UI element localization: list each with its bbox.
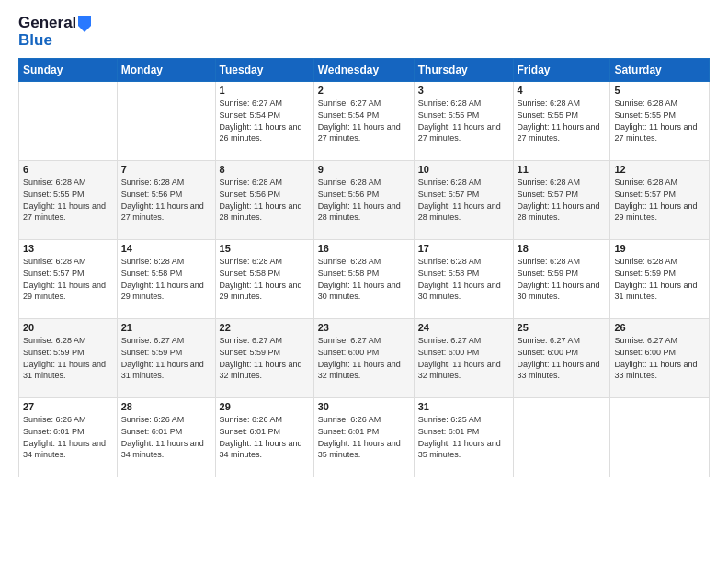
day-number: 10 — [418, 164, 509, 175]
day-number: 17 — [418, 243, 509, 254]
day-cell — [19, 82, 118, 161]
day-info: Sunrise: 6:28 AM Sunset: 5:58 PM Dayligh… — [121, 256, 211, 302]
day-cell: 31Sunrise: 6:25 AM Sunset: 6:01 PM Dayli… — [414, 398, 513, 477]
day-cell: 11Sunrise: 6:28 AM Sunset: 5:57 PM Dayli… — [513, 161, 610, 240]
day-number: 22 — [220, 322, 310, 333]
day-info: Sunrise: 6:27 AM Sunset: 5:54 PM Dayligh… — [220, 98, 310, 144]
day-info: Sunrise: 6:28 AM Sunset: 5:58 PM Dayligh… — [220, 256, 310, 302]
day-info: Sunrise: 6:28 AM Sunset: 5:56 PM Dayligh… — [318, 177, 410, 223]
day-cell: 26Sunrise: 6:27 AM Sunset: 6:00 PM Dayli… — [610, 319, 710, 398]
day-cell — [610, 398, 710, 477]
day-number: 15 — [220, 243, 310, 254]
day-number: 3 — [418, 85, 509, 96]
day-cell: 19Sunrise: 6:28 AM Sunset: 5:59 PM Dayli… — [610, 240, 710, 319]
day-number: 23 — [318, 322, 410, 333]
day-info: Sunrise: 6:28 AM Sunset: 5:55 PM Dayligh… — [518, 98, 607, 144]
day-number: 9 — [318, 164, 410, 175]
day-number: 12 — [614, 164, 705, 175]
day-cell: 23Sunrise: 6:27 AM Sunset: 6:00 PM Dayli… — [313, 319, 414, 398]
day-info: Sunrise: 6:28 AM Sunset: 5:59 PM Dayligh… — [614, 256, 705, 302]
day-cell: 5Sunrise: 6:28 AM Sunset: 5:55 PM Daylig… — [610, 82, 710, 161]
calendar: SundayMondayTuesdayWednesdayThursdayFrid… — [18, 58, 710, 477]
header: General Blue — [18, 15, 710, 49]
day-info: Sunrise: 6:28 AM Sunset: 5:55 PM Dayligh… — [23, 177, 113, 223]
day-cell: 28Sunrise: 6:26 AM Sunset: 6:01 PM Dayli… — [117, 398, 215, 477]
day-cell: 10Sunrise: 6:28 AM Sunset: 5:57 PM Dayli… — [414, 161, 513, 240]
logo-text-block: General Blue — [18, 15, 91, 49]
logo-triangle-icon — [78, 16, 91, 32]
col-header-friday: Friday — [513, 59, 610, 82]
day-cell: 12Sunrise: 6:28 AM Sunset: 5:57 PM Dayli… — [610, 161, 710, 240]
day-cell: 25Sunrise: 6:27 AM Sunset: 6:00 PM Dayli… — [513, 319, 610, 398]
day-cell — [117, 82, 215, 161]
week-row-1: 1Sunrise: 6:27 AM Sunset: 5:54 PM Daylig… — [19, 82, 710, 161]
header-row: SundayMondayTuesdayWednesdayThursdayFrid… — [19, 59, 710, 82]
day-cell: 24Sunrise: 6:27 AM Sunset: 6:00 PM Dayli… — [414, 319, 513, 398]
day-info: Sunrise: 6:28 AM Sunset: 5:59 PM Dayligh… — [23, 335, 113, 381]
day-number: 24 — [418, 322, 509, 333]
day-info: Sunrise: 6:26 AM Sunset: 6:01 PM Dayligh… — [23, 414, 113, 460]
day-number: 31 — [418, 401, 509, 412]
col-header-monday: Monday — [117, 59, 215, 82]
day-info: Sunrise: 6:28 AM Sunset: 5:59 PM Dayligh… — [518, 256, 607, 302]
col-header-saturday: Saturday — [610, 59, 710, 82]
day-info: Sunrise: 6:27 AM Sunset: 5:54 PM Dayligh… — [318, 98, 410, 144]
day-cell: 17Sunrise: 6:28 AM Sunset: 5:58 PM Dayli… — [414, 240, 513, 319]
day-number: 5 — [614, 85, 705, 96]
col-header-wednesday: Wednesday — [313, 59, 414, 82]
day-number: 1 — [220, 85, 310, 96]
day-number: 30 — [318, 401, 410, 412]
day-cell: 21Sunrise: 6:27 AM Sunset: 5:59 PM Dayli… — [117, 319, 215, 398]
day-info: Sunrise: 6:27 AM Sunset: 6:00 PM Dayligh… — [614, 335, 705, 381]
col-header-sunday: Sunday — [19, 59, 118, 82]
day-info: Sunrise: 6:28 AM Sunset: 5:58 PM Dayligh… — [418, 256, 509, 302]
day-cell: 2Sunrise: 6:27 AM Sunset: 5:54 PM Daylig… — [313, 82, 414, 161]
col-header-tuesday: Tuesday — [215, 59, 313, 82]
logo-content: General Blue — [18, 15, 91, 49]
day-cell — [513, 398, 610, 477]
week-row-4: 20Sunrise: 6:28 AM Sunset: 5:59 PM Dayli… — [19, 319, 710, 398]
day-cell: 8Sunrise: 6:28 AM Sunset: 5:56 PM Daylig… — [215, 161, 313, 240]
day-number: 25 — [518, 322, 607, 333]
day-info: Sunrise: 6:28 AM Sunset: 5:56 PM Dayligh… — [220, 177, 310, 223]
day-number: 19 — [614, 243, 705, 254]
day-info: Sunrise: 6:28 AM Sunset: 5:58 PM Dayligh… — [318, 256, 410, 302]
day-cell: 6Sunrise: 6:28 AM Sunset: 5:55 PM Daylig… — [19, 161, 118, 240]
day-info: Sunrise: 6:28 AM Sunset: 5:57 PM Dayligh… — [418, 177, 509, 223]
day-number: 18 — [518, 243, 607, 254]
day-info: Sunrise: 6:27 AM Sunset: 6:00 PM Dayligh… — [518, 335, 607, 381]
day-number: 27 — [23, 401, 113, 412]
day-info: Sunrise: 6:28 AM Sunset: 5:57 PM Dayligh… — [518, 177, 607, 223]
week-row-5: 27Sunrise: 6:26 AM Sunset: 6:01 PM Dayli… — [19, 398, 710, 477]
day-cell: 30Sunrise: 6:26 AM Sunset: 6:01 PM Dayli… — [313, 398, 414, 477]
day-cell: 18Sunrise: 6:28 AM Sunset: 5:59 PM Dayli… — [513, 240, 610, 319]
day-info: Sunrise: 6:28 AM Sunset: 5:56 PM Dayligh… — [121, 177, 211, 223]
day-cell: 14Sunrise: 6:28 AM Sunset: 5:58 PM Dayli… — [117, 240, 215, 319]
day-number: 26 — [614, 322, 705, 333]
day-cell: 27Sunrise: 6:26 AM Sunset: 6:01 PM Dayli… — [19, 398, 118, 477]
day-info: Sunrise: 6:26 AM Sunset: 6:01 PM Dayligh… — [318, 414, 410, 460]
day-info: Sunrise: 6:28 AM Sunset: 5:55 PM Dayligh… — [418, 98, 509, 144]
day-number: 2 — [318, 85, 410, 96]
day-number: 4 — [518, 85, 607, 96]
week-row-3: 13Sunrise: 6:28 AM Sunset: 5:57 PM Dayli… — [19, 240, 710, 319]
day-cell: 13Sunrise: 6:28 AM Sunset: 5:57 PM Dayli… — [19, 240, 118, 319]
day-cell: 9Sunrise: 6:28 AM Sunset: 5:56 PM Daylig… — [313, 161, 414, 240]
day-cell: 3Sunrise: 6:28 AM Sunset: 5:55 PM Daylig… — [414, 82, 513, 161]
day-number: 11 — [518, 164, 607, 175]
day-cell: 22Sunrise: 6:27 AM Sunset: 5:59 PM Dayli… — [215, 319, 313, 398]
day-info: Sunrise: 6:26 AM Sunset: 6:01 PM Dayligh… — [220, 414, 310, 460]
day-cell: 15Sunrise: 6:28 AM Sunset: 5:58 PM Dayli… — [215, 240, 313, 319]
day-number: 13 — [23, 243, 113, 254]
day-number: 21 — [121, 322, 211, 333]
logo: General Blue — [18, 15, 91, 49]
day-info: Sunrise: 6:26 AM Sunset: 6:01 PM Dayligh… — [121, 414, 211, 460]
day-number: 14 — [121, 243, 211, 254]
logo-line2: Blue — [18, 32, 91, 50]
day-cell: 20Sunrise: 6:28 AM Sunset: 5:59 PM Dayli… — [19, 319, 118, 398]
day-number: 28 — [121, 401, 211, 412]
day-info: Sunrise: 6:25 AM Sunset: 6:01 PM Dayligh… — [418, 414, 509, 460]
day-cell: 1Sunrise: 6:27 AM Sunset: 5:54 PM Daylig… — [215, 82, 313, 161]
week-row-2: 6Sunrise: 6:28 AM Sunset: 5:55 PM Daylig… — [19, 161, 710, 240]
day-info: Sunrise: 6:27 AM Sunset: 6:00 PM Dayligh… — [318, 335, 410, 381]
